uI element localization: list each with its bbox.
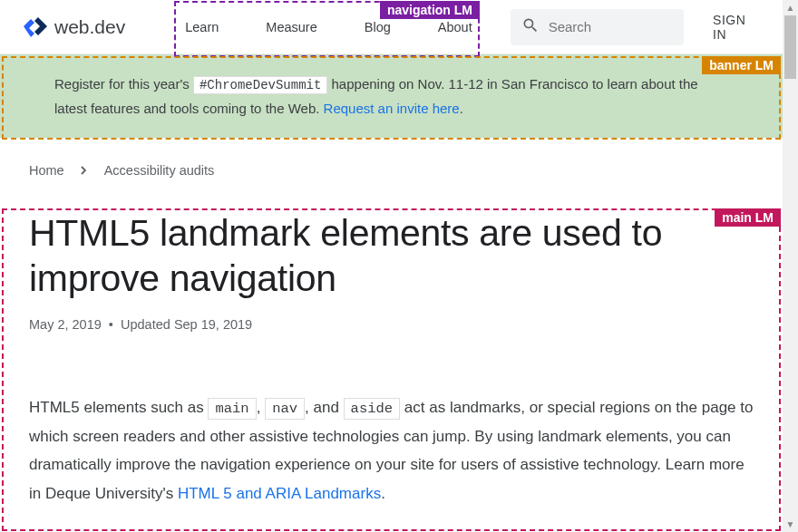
- scroll-up-icon[interactable]: ▲: [783, 0, 798, 15]
- nav-measure[interactable]: Measure: [242, 0, 340, 53]
- scrollbar[interactable]: ▲ ▼: [783, 0, 798, 532]
- nav-blog[interactable]: Blog: [341, 0, 414, 53]
- banner-text-post: .: [460, 101, 463, 116]
- chevron-right-icon: [81, 163, 88, 178]
- logo-text: web.dev: [54, 16, 125, 38]
- date-updated: Sep 19, 2019: [174, 317, 252, 332]
- scrollbar-thumb[interactable]: [784, 15, 796, 79]
- logo[interactable]: web.dev: [22, 16, 125, 38]
- breadcrumb-home[interactable]: Home: [29, 163, 64, 178]
- banner-hashtag: #ChromeDevSummit: [193, 76, 327, 94]
- date-updated-label: Updated: [121, 317, 170, 332]
- code-nav: nav: [265, 398, 305, 420]
- webdev-logo-icon: [22, 17, 47, 37]
- promo-banner: Register for this year's #ChromeDevSummi…: [0, 54, 783, 138]
- body-text: .: [381, 485, 385, 502]
- nav-about[interactable]: About: [414, 0, 496, 53]
- page-title: HTML5 landmark elements are used to impr…: [29, 210, 754, 301]
- body-text: , and: [305, 399, 344, 416]
- date-published: May 2, 2019: [29, 317, 102, 332]
- deque-link[interactable]: HTML 5 and ARIA Landmarks: [178, 485, 381, 502]
- primary-nav: Learn Measure Blog About: [161, 0, 495, 53]
- banner-text-pre: Register for this year's: [54, 76, 193, 92]
- search-input[interactable]: [549, 19, 673, 34]
- article-dates: May 2, 2019 • Updated Sep 19, 2019: [29, 317, 754, 332]
- article-paragraph: HTML5 elements such as main, nav, and as…: [29, 393, 754, 508]
- nav-learn[interactable]: Learn: [161, 0, 242, 53]
- scroll-down-icon[interactable]: ▼: [783, 517, 798, 532]
- header: web.dev Learn Measure Blog About SIGN IN: [0, 0, 783, 54]
- body-text: ,: [257, 399, 265, 416]
- code-main: main: [208, 398, 256, 420]
- search-box[interactable]: [511, 9, 684, 45]
- signin-button[interactable]: SIGN IN: [713, 13, 761, 42]
- breadcrumb-current[interactable]: Accessibility audits: [104, 163, 215, 178]
- code-aside: aside: [344, 398, 401, 420]
- main-content: Home Accessibility audits HTML5 landmark…: [0, 138, 783, 508]
- body-text: HTML5 elements such as: [29, 399, 208, 416]
- banner-invite-link[interactable]: Request an invite here: [324, 101, 460, 116]
- breadcrumb: Home Accessibility audits: [29, 163, 754, 178]
- search-icon: [521, 16, 540, 38]
